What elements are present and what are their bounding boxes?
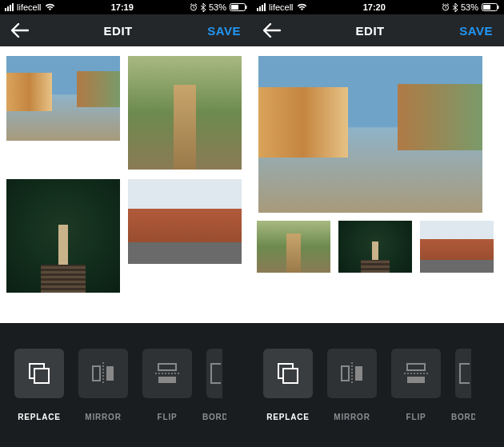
mirror-icon xyxy=(91,362,115,385)
alarm-icon xyxy=(442,3,450,11)
tool-border[interactable]: BORD xyxy=(206,349,222,421)
battery-pct: 53% xyxy=(461,2,478,12)
tool-label: REPLACE xyxy=(18,413,60,421)
collage-cell-thumb-0[interactable] xyxy=(257,221,330,273)
tool-replace[interactable]: REPLACE xyxy=(263,349,313,421)
nav-bar: EDIT SAVE xyxy=(252,14,504,46)
collage-cell-main[interactable] xyxy=(258,56,482,213)
alarm-icon xyxy=(190,3,198,11)
back-button[interactable] xyxy=(263,23,281,38)
tool-label: MIRROR xyxy=(85,413,121,421)
battery-icon xyxy=(482,3,499,11)
svg-rect-22 xyxy=(407,364,425,370)
tool-flip[interactable]: FLIP xyxy=(142,349,192,421)
tool-label: REPLACE xyxy=(266,413,309,421)
replace-icon xyxy=(27,361,51,385)
status-bar: lifecell 17:20 53% xyxy=(252,0,504,14)
page-title: EDIT xyxy=(281,24,459,38)
svg-rect-25 xyxy=(460,364,470,383)
battery-icon xyxy=(230,3,247,11)
collage-cell-1[interactable] xyxy=(128,56,242,170)
carrier-label: lifecell xyxy=(269,2,294,12)
svg-rect-5 xyxy=(34,369,49,383)
clock-label: 17:20 xyxy=(363,2,386,12)
status-bar: lifecell 17:19 53% xyxy=(0,0,252,14)
tool-label: BORD xyxy=(451,413,475,421)
svg-rect-2 xyxy=(231,5,238,10)
page-title: EDIT xyxy=(29,24,207,38)
border-icon xyxy=(458,362,470,385)
edit-toolbar: REPLACE MIRROR FLIP BORD xyxy=(252,323,504,447)
save-button[interactable]: SAVE xyxy=(459,24,493,38)
svg-rect-23 xyxy=(407,377,425,383)
svg-rect-18 xyxy=(283,369,298,383)
tool-label: FLIP xyxy=(158,413,178,421)
tool-border[interactable]: BORD xyxy=(455,349,471,421)
tool-mirror[interactable]: MIRROR xyxy=(327,349,377,421)
flip-icon xyxy=(155,362,179,385)
svg-rect-20 xyxy=(355,366,362,381)
tool-label: BORD xyxy=(202,413,226,421)
save-button[interactable]: SAVE xyxy=(207,24,241,38)
svg-rect-10 xyxy=(158,377,176,383)
clock-label: 17:19 xyxy=(111,2,134,12)
collage-canvas[interactable] xyxy=(252,46,504,323)
replace-icon xyxy=(276,361,300,385)
bluetooth-icon xyxy=(453,3,458,12)
phone-right: lifecell 17:20 53% EDIT SAVE xyxy=(252,0,504,447)
wifi-icon xyxy=(297,3,307,11)
signal-icon xyxy=(257,3,266,11)
svg-rect-15 xyxy=(483,5,490,10)
svg-rect-7 xyxy=(106,366,114,381)
collage-cell-3[interactable] xyxy=(128,179,242,264)
collage-canvas[interactable] xyxy=(0,46,252,323)
phone-left: lifecell 17:19 53% EDIT SAVE xyxy=(0,0,252,447)
edit-toolbar: REPLACE MIRROR FLIP BORD xyxy=(0,323,252,447)
border-icon xyxy=(210,362,221,385)
svg-rect-12 xyxy=(211,364,221,383)
collage-cell-0[interactable] xyxy=(6,56,120,141)
tool-replace[interactable]: REPLACE xyxy=(14,349,64,421)
tool-mirror[interactable]: MIRROR xyxy=(78,349,128,421)
svg-rect-19 xyxy=(342,366,349,381)
nav-bar: EDIT SAVE xyxy=(0,14,252,46)
signal-icon xyxy=(5,3,14,11)
collage-cell-thumb-1[interactable] xyxy=(338,221,412,273)
svg-rect-6 xyxy=(93,366,100,381)
flip-icon xyxy=(404,362,428,385)
battery-pct: 53% xyxy=(209,2,226,12)
collage-cell-2[interactable] xyxy=(6,179,120,293)
carrier-label: lifecell xyxy=(17,2,42,12)
bluetooth-icon xyxy=(201,3,206,12)
back-button[interactable] xyxy=(11,23,29,38)
svg-rect-9 xyxy=(158,364,176,370)
tool-label: FLIP xyxy=(406,413,426,421)
tool-label: MIRROR xyxy=(334,413,370,421)
tool-flip[interactable]: FLIP xyxy=(391,349,441,421)
collage-cell-thumb-2[interactable] xyxy=(420,221,494,273)
svg-rect-16 xyxy=(498,6,499,9)
svg-rect-3 xyxy=(246,6,247,9)
mirror-icon xyxy=(340,362,364,385)
wifi-icon xyxy=(45,3,55,11)
